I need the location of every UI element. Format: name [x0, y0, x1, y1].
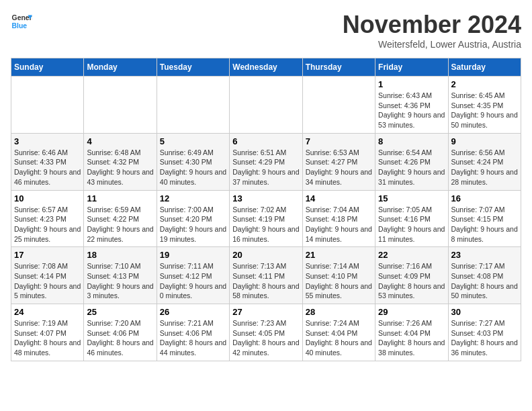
- day-info: Sunrise: 7:13 AMSunset: 4:11 PMDaylight:…: [232, 261, 299, 301]
- calendar-cell: 16Sunrise: 7:07 AMSunset: 4:15 PMDayligh…: [448, 190, 521, 247]
- day-info: Sunrise: 7:07 AMSunset: 4:15 PMDaylight:…: [451, 205, 518, 244]
- day-number: 9: [451, 136, 518, 146]
- day-number: 21: [306, 250, 372, 260]
- day-info: Sunrise: 7:16 AMSunset: 4:09 PMDaylight:…: [378, 261, 445, 301]
- calendar-cell: 27Sunrise: 7:23 AMSunset: 4:05 PMDayligh…: [230, 304, 302, 361]
- day-info: Sunrise: 7:19 AMSunset: 4:07 PMDaylight:…: [14, 318, 81, 358]
- month-title: November 2024: [343, 11, 521, 39]
- page-header: General Blue November 2024 Weitersfeld, …: [11, 11, 521, 50]
- day-number: 28: [306, 307, 372, 317]
- calendar-cell: [302, 77, 375, 134]
- calendar-cell: 7Sunrise: 6:53 AMSunset: 4:27 PMDaylight…: [302, 133, 375, 190]
- day-number: 11: [87, 193, 153, 203]
- calendar-header-row: SundayMondayTuesdayWednesdayThursdayFrid…: [11, 58, 521, 77]
- day-info: Sunrise: 6:48 AMSunset: 4:32 PMDaylight:…: [87, 148, 153, 187]
- day-number: 30: [451, 307, 518, 317]
- calendar-week-1: 1Sunrise: 6:43 AMSunset: 4:36 PMDaylight…: [11, 77, 521, 134]
- day-number: 20: [232, 250, 299, 260]
- day-info: Sunrise: 7:14 AMSunset: 4:10 PMDaylight:…: [306, 261, 372, 301]
- col-header-wednesday: Wednesday: [230, 58, 302, 77]
- day-number: 13: [232, 193, 299, 203]
- calendar-cell: 2Sunrise: 6:45 AMSunset: 4:35 PMDaylight…: [448, 77, 521, 134]
- calendar-cell: 10Sunrise: 6:57 AMSunset: 4:23 PMDayligh…: [11, 190, 84, 247]
- day-number: 27: [232, 307, 299, 317]
- title-block: November 2024 Weitersfeld, Lower Austria…: [343, 11, 521, 50]
- day-info: Sunrise: 7:27 AMSunset: 4:03 PMDaylight:…: [451, 318, 518, 358]
- svg-text:Blue: Blue: [12, 22, 28, 30]
- calendar-cell: 23Sunrise: 7:17 AMSunset: 4:08 PMDayligh…: [448, 247, 521, 304]
- calendar-cell: 28Sunrise: 7:24 AMSunset: 4:04 PMDayligh…: [302, 304, 375, 361]
- day-info: Sunrise: 6:46 AMSunset: 4:33 PMDaylight:…: [14, 148, 81, 187]
- day-number: 3: [14, 136, 81, 146]
- calendar-cell: 3Sunrise: 6:46 AMSunset: 4:33 PMDaylight…: [11, 133, 84, 190]
- day-number: 12: [160, 193, 226, 203]
- col-header-saturday: Saturday: [448, 58, 521, 77]
- day-number: 16: [451, 193, 518, 203]
- day-number: 19: [160, 250, 226, 260]
- day-number: 4: [87, 136, 153, 146]
- calendar-cell: 26Sunrise: 7:21 AMSunset: 4:06 PMDayligh…: [157, 304, 229, 361]
- day-number: 29: [378, 307, 445, 317]
- day-info: Sunrise: 6:45 AMSunset: 4:35 PMDaylight:…: [451, 91, 518, 130]
- day-number: 17: [14, 250, 81, 260]
- logo-icon: General Blue: [11, 11, 32, 32]
- day-info: Sunrise: 6:51 AMSunset: 4:29 PMDaylight:…: [232, 148, 299, 187]
- day-number: 5: [160, 136, 226, 146]
- day-info: Sunrise: 6:57 AMSunset: 4:23 PMDaylight:…: [14, 205, 81, 244]
- day-info: Sunrise: 7:17 AMSunset: 4:08 PMDaylight:…: [451, 261, 518, 301]
- calendar-cell: 14Sunrise: 7:04 AMSunset: 4:18 PMDayligh…: [302, 190, 375, 247]
- calendar-cell: 25Sunrise: 7:20 AMSunset: 4:06 PMDayligh…: [84, 304, 157, 361]
- calendar-week-4: 17Sunrise: 7:08 AMSunset: 4:14 PMDayligh…: [11, 247, 521, 304]
- day-info: Sunrise: 7:00 AMSunset: 4:20 PMDaylight:…: [160, 205, 226, 244]
- calendar-cell: [230, 77, 302, 134]
- day-number: 6: [232, 136, 299, 146]
- calendar-cell: 12Sunrise: 7:00 AMSunset: 4:20 PMDayligh…: [157, 190, 229, 247]
- day-number: 2: [451, 79, 518, 89]
- calendar-week-5: 24Sunrise: 7:19 AMSunset: 4:07 PMDayligh…: [11, 304, 521, 361]
- logo: General Blue: [11, 11, 32, 32]
- day-number: 7: [306, 136, 372, 146]
- calendar-cell: [11, 77, 84, 134]
- day-info: Sunrise: 7:04 AMSunset: 4:18 PMDaylight:…: [306, 205, 372, 244]
- day-info: Sunrise: 7:10 AMSunset: 4:13 PMDaylight:…: [87, 261, 153, 301]
- col-header-monday: Monday: [84, 58, 157, 77]
- col-header-thursday: Thursday: [302, 58, 375, 77]
- calendar-week-2: 3Sunrise: 6:46 AMSunset: 4:33 PMDaylight…: [11, 133, 521, 190]
- calendar-cell: 5Sunrise: 6:49 AMSunset: 4:30 PMDaylight…: [157, 133, 229, 190]
- col-header-tuesday: Tuesday: [157, 58, 229, 77]
- calendar-cell: 22Sunrise: 7:16 AMSunset: 4:09 PMDayligh…: [375, 247, 448, 304]
- day-info: Sunrise: 6:49 AMSunset: 4:30 PMDaylight:…: [160, 148, 226, 187]
- calendar-cell: 15Sunrise: 7:05 AMSunset: 4:16 PMDayligh…: [375, 190, 448, 247]
- day-info: Sunrise: 7:23 AMSunset: 4:05 PMDaylight:…: [232, 318, 299, 358]
- day-number: 22: [378, 250, 445, 260]
- calendar-cell: 6Sunrise: 6:51 AMSunset: 4:29 PMDaylight…: [230, 133, 302, 190]
- calendar-cell: 20Sunrise: 7:13 AMSunset: 4:11 PMDayligh…: [230, 247, 302, 304]
- day-info: Sunrise: 7:02 AMSunset: 4:19 PMDaylight:…: [232, 205, 299, 244]
- col-header-friday: Friday: [375, 58, 448, 77]
- calendar-cell: 4Sunrise: 6:48 AMSunset: 4:32 PMDaylight…: [84, 133, 157, 190]
- calendar-cell: 1Sunrise: 6:43 AMSunset: 4:36 PMDaylight…: [375, 77, 448, 134]
- day-number: 10: [14, 193, 81, 203]
- calendar-cell: 18Sunrise: 7:10 AMSunset: 4:13 PMDayligh…: [84, 247, 157, 304]
- day-number: 24: [14, 307, 81, 317]
- day-info: Sunrise: 6:59 AMSunset: 4:22 PMDaylight:…: [87, 205, 153, 244]
- day-info: Sunrise: 7:05 AMSunset: 4:16 PMDaylight:…: [378, 205, 445, 244]
- location: Weitersfeld, Lower Austria, Austria: [343, 39, 521, 50]
- calendar-cell: 13Sunrise: 7:02 AMSunset: 4:19 PMDayligh…: [230, 190, 302, 247]
- day-info: Sunrise: 7:21 AMSunset: 4:06 PMDaylight:…: [160, 318, 226, 358]
- day-number: 1: [378, 79, 445, 89]
- day-number: 25: [87, 307, 153, 317]
- day-number: 18: [87, 250, 153, 260]
- calendar-cell: [84, 77, 157, 134]
- calendar-cell: 29Sunrise: 7:26 AMSunset: 4:04 PMDayligh…: [375, 304, 448, 361]
- calendar-cell: 30Sunrise: 7:27 AMSunset: 4:03 PMDayligh…: [448, 304, 521, 361]
- day-info: Sunrise: 6:43 AMSunset: 4:36 PMDaylight:…: [378, 91, 445, 130]
- day-number: 26: [160, 307, 226, 317]
- day-info: Sunrise: 7:26 AMSunset: 4:04 PMDaylight:…: [378, 318, 445, 358]
- day-info: Sunrise: 7:11 AMSunset: 4:12 PMDaylight:…: [160, 261, 226, 301]
- day-number: 14: [306, 193, 372, 203]
- day-number: 15: [378, 193, 445, 203]
- col-header-sunday: Sunday: [11, 58, 84, 77]
- calendar-cell: [157, 77, 229, 134]
- calendar-cell: 11Sunrise: 6:59 AMSunset: 4:22 PMDayligh…: [84, 190, 157, 247]
